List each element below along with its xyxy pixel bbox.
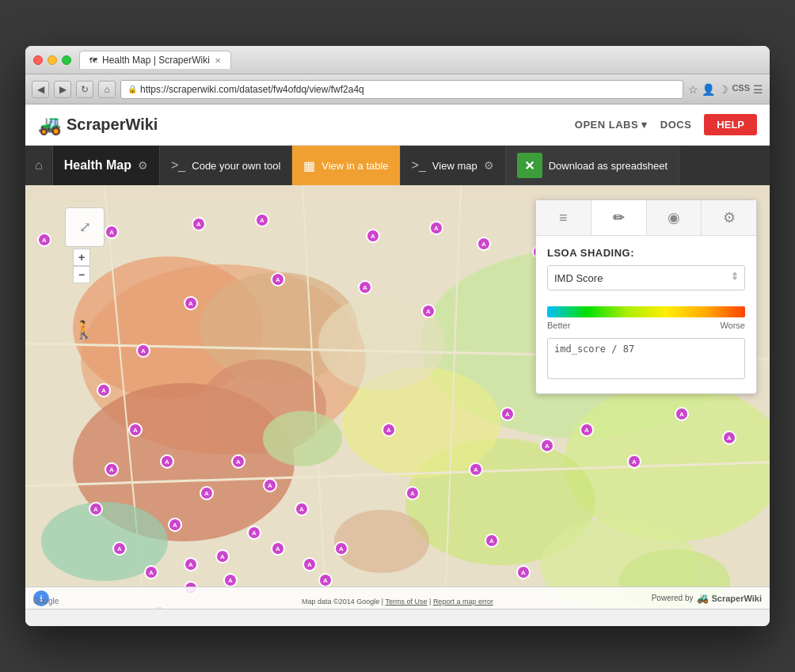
titlebar: 🗺 Health Map | ScraperWiki ✕ <box>25 46 770 74</box>
map-settings-icon[interactable]: ⚙ <box>484 159 494 172</box>
zoom-in-button[interactable]: + <box>73 249 90 266</box>
tab-favicon: 🗺 <box>89 56 97 65</box>
map-marker[interactable]: A <box>97 383 111 397</box>
map-marker[interactable]: A <box>722 431 736 445</box>
home-button[interactable]: ⌂ <box>98 81 116 98</box>
map-marker[interactable]: A <box>271 541 285 556</box>
user-icon[interactable]: 👤 <box>702 83 715 96</box>
map-marker[interactable]: A <box>112 541 127 556</box>
pan-icon: ⤢ <box>79 218 91 236</box>
bookmark-icon[interactable]: ☆ <box>688 83 698 96</box>
home-toolbar-item[interactable]: ⌂ <box>25 146 53 185</box>
open-labs-link[interactable]: OPEN LABS <box>575 119 648 131</box>
map-marker[interactable]: A <box>429 221 443 235</box>
map-marker[interactable]: A <box>469 462 483 476</box>
report-link[interactable]: Report a map error <box>433 598 493 606</box>
view-map-toolbar-item[interactable]: >_ View map ⚙ <box>401 146 506 185</box>
code-tool-toolbar-item[interactable]: >_ Code your own tool <box>160 146 292 185</box>
map-marker[interactable]: A <box>255 213 269 227</box>
map-marker[interactable]: A <box>37 233 51 247</box>
map-marker[interactable]: A <box>223 573 238 587</box>
map-marker[interactable]: A <box>168 518 182 532</box>
map-marker[interactable]: A <box>675 407 689 421</box>
map-marker[interactable]: A <box>334 541 348 556</box>
refresh-button[interactable]: ↻ <box>76 81 93 98</box>
address-field[interactable]: 🔒 https://scraperwiki.com/dataset/fw4ofd… <box>120 80 683 99</box>
panel-body: LSOA SHADING: IMD Score Health Score Edu… <box>536 236 756 393</box>
back-button[interactable]: ◀ <box>32 81 49 98</box>
moon-icon[interactable]: ☽ <box>718 83 728 96</box>
map-marker[interactable]: A <box>405 486 420 500</box>
map-marker[interactable]: A <box>295 502 309 516</box>
map-marker[interactable]: A <box>627 454 641 469</box>
browser-window: 🗺 Health Map | ScraperWiki ✕ ◀ ▶ ↻ ⌂ 🔒 h… <box>25 46 770 626</box>
browser-tab[interactable]: 🗺 Health Map | ScraperWiki ✕ <box>79 51 231 69</box>
map-marker[interactable]: A <box>500 407 515 421</box>
minimize-button[interactable] <box>48 55 57 65</box>
map-marker[interactable]: A <box>144 565 158 579</box>
terms-link[interactable]: Terms of Use <box>386 598 428 606</box>
toolbar: ⌂ Health Map ⚙ >_ Code your own tool ▦ V… <box>25 146 770 185</box>
toolbar-title: Health Map <box>64 158 131 173</box>
street-view-icon[interactable]: 🚶 <box>73 320 94 340</box>
imd-select-wrapper: IMD Score Health Score Education Score <box>547 265 745 298</box>
color-gradient <box>547 306 745 317</box>
panel-tab-location[interactable]: ◉ <box>647 200 702 235</box>
help-button[interactable]: HELP <box>704 114 757 135</box>
menu-icon[interactable]: ☰ <box>753 83 763 96</box>
map-marker[interactable]: A <box>200 486 214 500</box>
map-marker[interactable]: A <box>516 565 531 579</box>
map-marker[interactable]: A <box>247 526 261 540</box>
map-marker[interactable]: A <box>366 229 380 243</box>
url-display: https://scraperwiki.com/dataset/fw4ofdq/… <box>140 84 364 95</box>
panel-overlay: ≡ ✏ ◉ ⚙ LSOA SHADING: IMD Score Health S… <box>535 199 757 394</box>
forward-button[interactable]: ▶ <box>54 81 71 98</box>
map-marker[interactable]: A <box>318 573 333 587</box>
map-marker[interactable]: A <box>128 423 143 437</box>
map-marker[interactable]: A <box>105 462 119 476</box>
map-marker[interactable]: A <box>105 225 119 239</box>
map-marker[interactable]: A <box>160 454 174 469</box>
map-marker[interactable]: A <box>184 557 198 571</box>
docs-link[interactable]: DOCS <box>660 119 692 131</box>
map-marker[interactable]: A <box>231 454 245 469</box>
map-marker[interactable]: A <box>382 423 396 437</box>
window-controls <box>33 55 71 65</box>
map-marker[interactable]: A <box>485 533 499 548</box>
sw-logo[interactable]: 🚜 ScraperWiki <box>38 114 575 136</box>
map-marker[interactable]: A <box>215 549 230 564</box>
view-table-toolbar-item[interactable]: ▦ View in a table <box>292 146 400 185</box>
panel-tab-layers[interactable]: ≡ <box>536 200 591 235</box>
toolbar-settings-icon[interactable]: ⚙ <box>138 159 148 172</box>
panel-tab-settings[interactable]: ⚙ <box>702 200 756 235</box>
panel-tab-draw[interactable]: ✏ <box>591 200 647 235</box>
tab-close-icon[interactable]: ✕ <box>215 56 221 65</box>
map-marker[interactable]: A <box>184 296 198 310</box>
maximize-button[interactable] <box>62 55 71 65</box>
zoom-out-button[interactable]: − <box>73 266 90 283</box>
pan-control[interactable]: ⤢ <box>65 207 105 247</box>
map-marker[interactable]: A <box>358 280 372 294</box>
map-marker[interactable]: A <box>271 272 285 287</box>
download-toolbar-item[interactable]: ✕ Download as spreadsheet <box>506 146 679 185</box>
map-marker[interactable]: A <box>421 304 436 318</box>
map-marker[interactable]: A <box>580 423 594 437</box>
draw-icon: ✏ <box>613 209 625 226</box>
close-button[interactable] <box>33 55 43 65</box>
formula-textarea[interactable]: imd_score / 87 <box>547 338 745 379</box>
map-marker[interactable]: A <box>136 344 150 358</box>
map-marker[interactable]: A <box>540 439 554 453</box>
imd-select[interactable]: IMD Score Health Score Education Score <box>547 265 745 290</box>
map-marker[interactable]: A <box>302 557 317 571</box>
sw-logo-small: 🚜 <box>697 593 709 604</box>
download-label: Download as spreadsheet <box>549 160 668 172</box>
map-marker[interactable]: A <box>89 502 103 516</box>
css-icon[interactable]: CSS <box>732 83 750 96</box>
map-marker[interactable]: A <box>477 237 491 251</box>
health-map-toolbar-item[interactable]: Health Map ⚙ <box>53 146 160 185</box>
map-marker[interactable]: A <box>192 217 206 231</box>
map-terminal-icon: >_ <box>412 158 426 173</box>
worse-label: Worse <box>720 321 745 330</box>
svg-point-17 <box>263 411 342 466</box>
map-marker[interactable]: A <box>263 478 277 492</box>
